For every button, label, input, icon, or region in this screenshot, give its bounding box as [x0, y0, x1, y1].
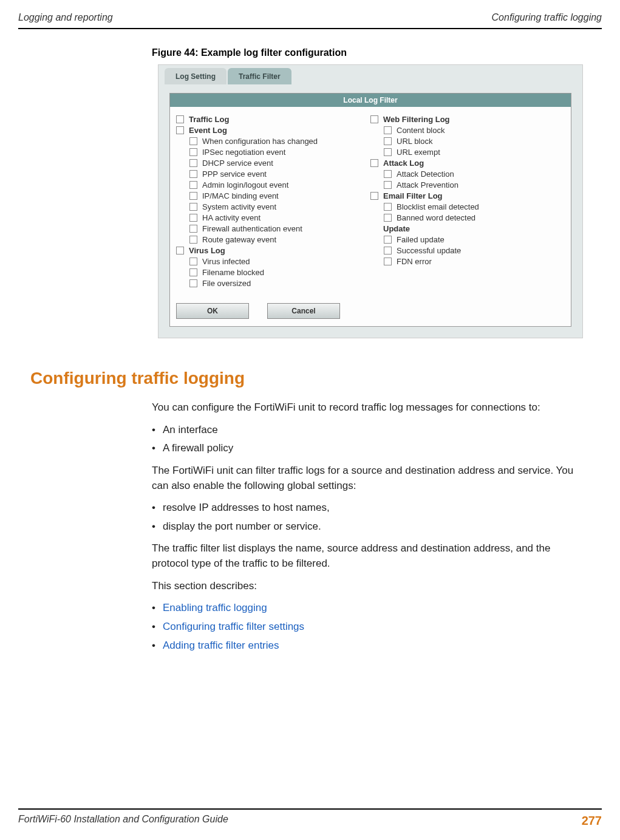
email-filter-log-group[interactable]: Email Filter Log — [370, 191, 565, 200]
attack-log-group[interactable]: Attack Log — [370, 159, 565, 168]
checkbox-icon[interactable] — [384, 170, 392, 178]
footer-rule — [18, 808, 602, 810]
virus-log-label: Virus Log — [189, 246, 225, 255]
checkbox-icon[interactable] — [189, 258, 197, 265]
checkbox-icon[interactable] — [189, 279, 197, 287]
checkbox-icon[interactable] — [189, 225, 197, 233]
virus-item[interactable]: Virus infected — [176, 257, 370, 266]
event-item[interactable]: Admin login/logout event — [176, 180, 370, 190]
filter-panel-title: Local Log Filter — [170, 94, 571, 107]
checkbox-icon[interactable] — [384, 247, 392, 254]
checkbox-icon[interactable] — [189, 181, 197, 189]
list-item-link[interactable]: Configuring traffic filter settings — [152, 620, 590, 635]
attack-item[interactable]: Attack Prevention — [370, 180, 565, 190]
attack-item[interactable]: Attack Detection — [370, 169, 565, 179]
checkbox-icon[interactable] — [384, 137, 392, 145]
section-heading: Configuring traffic logging — [30, 369, 602, 388]
body-text: You can configure the FortiWiFi unit to … — [152, 400, 590, 653]
checkbox-icon[interactable] — [189, 170, 197, 178]
web-item[interactable]: URL block — [370, 137, 565, 146]
checkbox-icon[interactable] — [176, 115, 184, 123]
paragraph: The traffic filter list displays the nam… — [152, 541, 590, 571]
button-row: OK Cancel — [170, 298, 571, 326]
filter-body: Traffic Log Event Log When configuration… — [170, 107, 571, 298]
update-item[interactable]: Failed update — [370, 235, 565, 244]
update-group: Update — [370, 224, 565, 233]
web-filtering-log-label: Web Filtering Log — [383, 115, 450, 124]
tab-log-setting[interactable]: Log Setting — [165, 68, 227, 84]
email-item[interactable]: Blocklist email detected — [370, 202, 565, 211]
checkbox-icon[interactable] — [189, 192, 197, 200]
list-item: A firewall policy — [152, 441, 590, 456]
page-number: 277 — [582, 814, 602, 828]
update-item[interactable]: Successful update — [370, 246, 565, 255]
filter-right-column: Web Filtering Log Content block URL bloc… — [370, 113, 565, 290]
event-item[interactable]: PPP service event — [176, 169, 370, 179]
checkbox-icon[interactable] — [370, 192, 378, 200]
filter-left-column: Traffic Log Event Log When configuration… — [176, 113, 370, 290]
figure-caption: Figure 44: Example log filter configurat… — [152, 47, 602, 58]
email-filter-log-label: Email Filter Log — [383, 191, 443, 200]
virus-item[interactable]: File oversized — [176, 279, 370, 288]
checkbox-icon[interactable] — [370, 159, 378, 167]
checkbox-icon[interactable] — [384, 203, 392, 211]
virus-item[interactable]: Filename blocked — [176, 268, 370, 277]
event-item[interactable]: Route gateway event — [176, 235, 370, 244]
checkbox-icon[interactable] — [189, 148, 197, 156]
update-label: Update — [383, 224, 410, 233]
checkbox-icon[interactable] — [176, 247, 184, 254]
filter-box: Local Log Filter Traffic Log Event Log W… — [169, 93, 571, 327]
paragraph: This section describes: — [152, 579, 590, 594]
screenshot-container: Log Setting Traffic Filter Local Log Fil… — [158, 64, 583, 338]
checkbox-icon[interactable] — [189, 214, 197, 222]
checkbox-icon[interactable] — [370, 115, 378, 123]
ok-button[interactable]: OK — [176, 303, 249, 319]
traffic-log-group[interactable]: Traffic Log — [176, 115, 370, 124]
list-item: An interface — [152, 423, 590, 438]
list-item: display the port number or service. — [152, 519, 590, 534]
header-left: Logging and reporting — [18, 12, 113, 23]
footer-left: FortiWiFi-60 Installation and Configurat… — [18, 814, 228, 828]
tab-traffic-filter[interactable]: Traffic Filter — [228, 68, 291, 84]
checkbox-icon[interactable] — [189, 268, 197, 276]
checkbox-icon[interactable] — [189, 203, 197, 211]
virus-log-group[interactable]: Virus Log — [176, 246, 370, 255]
checkbox-icon[interactable] — [384, 126, 392, 134]
checkbox-icon[interactable] — [384, 148, 392, 156]
event-log-group[interactable]: Event Log — [176, 126, 370, 135]
checkbox-icon[interactable] — [176, 126, 184, 134]
header-right: Configuring traffic logging — [492, 12, 602, 23]
update-item[interactable]: FDN error — [370, 257, 565, 266]
paragraph: You can configure the FortiWiFi unit to … — [152, 400, 590, 415]
list-item-link[interactable]: Adding traffic filter entries — [152, 638, 590, 654]
web-item[interactable]: URL exempt — [370, 148, 565, 157]
tabs-row: Log Setting Traffic Filter — [158, 65, 582, 84]
list-item-link[interactable]: Enabling traffic logging — [152, 601, 590, 616]
event-item[interactable]: HA activity event — [176, 213, 370, 222]
checkbox-icon[interactable] — [189, 137, 197, 145]
event-item[interactable]: System activity event — [176, 202, 370, 211]
web-item[interactable]: Content block — [370, 126, 565, 135]
event-item[interactable]: DHCP service event — [176, 159, 370, 168]
event-item[interactable]: When configuration has changed — [176, 137, 370, 146]
attack-log-label: Attack Log — [383, 159, 424, 168]
checkbox-icon[interactable] — [189, 159, 197, 167]
cancel-button[interactable]: Cancel — [267, 303, 340, 319]
web-filtering-log-group[interactable]: Web Filtering Log — [370, 115, 565, 124]
checkbox-icon[interactable] — [384, 214, 392, 222]
event-item[interactable]: Firewall authentication event — [176, 224, 370, 233]
list-item: resolve IP addresses to host names, — [152, 500, 590, 516]
traffic-log-label: Traffic Log — [189, 115, 229, 124]
checkbox-icon[interactable] — [384, 181, 392, 189]
checkbox-icon[interactable] — [384, 236, 392, 244]
event-item[interactable]: IPSec negotiation event — [176, 148, 370, 157]
email-item[interactable]: Banned word detected — [370, 213, 565, 222]
checkbox-icon[interactable] — [384, 258, 392, 265]
event-log-label: Event Log — [189, 126, 227, 135]
paragraph: The FortiWiFi unit can filter traffic lo… — [152, 463, 590, 493]
checkbox-icon[interactable] — [189, 236, 197, 244]
header-rule — [18, 28, 602, 29]
event-item[interactable]: IP/MAC binding event — [176, 191, 370, 200]
